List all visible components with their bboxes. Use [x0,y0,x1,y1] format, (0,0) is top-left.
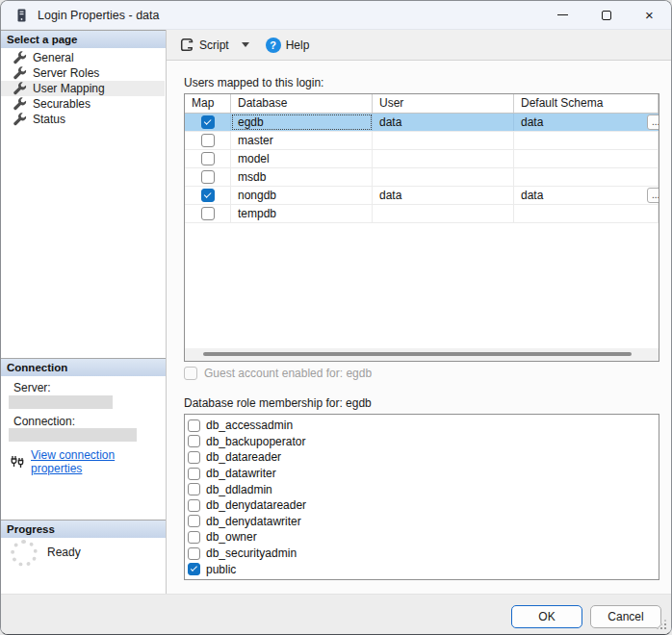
role-checkbox-db_securityadmin[interactable] [188,547,200,560]
role-name: db_backupoperator [206,435,305,448]
window-title: Login Properties - data [38,9,159,22]
role-membership-label: Database role membership for: egdb [184,396,372,410]
cell-default-schema[interactable] [514,205,659,222]
view-connection-properties[interactable]: View connection properties [10,448,166,475]
role-checkbox-db_datareader[interactable] [188,451,200,464]
table-row-master[interactable]: master [185,132,659,150]
table-header: MapDatabaseUserDefault Schema [185,94,659,114]
check-icon [191,565,197,572]
role-item-db_datareader[interactable]: db_datareader [188,449,659,466]
resize-grip[interactable] [664,627,666,629]
column-header-database[interactable]: Database [231,94,373,113]
cell-user[interactable] [373,132,514,149]
check-icon [204,117,211,124]
cell-default-schema[interactable] [514,150,659,167]
role-item-db_datawriter[interactable]: db_datawriter [188,466,659,482]
close-button[interactable]: × [628,1,671,29]
role-checkbox-db_datawriter[interactable] [188,468,200,480]
cell-map[interactable] [185,150,231,167]
sidebar-item-label: General [33,51,74,64]
cancel-button[interactable]: Cancel [590,605,661,628]
browse-schema-button[interactable]: ... [647,188,659,203]
map-checkbox-model[interactable] [201,152,215,165]
role-item-db_denydatareader[interactable]: db_denydatareader [188,497,659,514]
cell-database[interactable]: master [231,132,373,149]
role-checkbox-db_denydatareader[interactable] [188,499,200,512]
map-checkbox-tempdb[interactable] [201,207,215,220]
cell-database[interactable]: msdb [231,168,373,186]
table-row-egdb[interactable]: egdbdatadata... [185,114,659,132]
wrench-icon [13,113,27,126]
map-checkbox-egdb[interactable] [201,115,215,129]
role-checkbox-db_denydatawriter[interactable] [188,515,200,527]
cell-default-schema[interactable]: data... [514,114,659,131]
role-item-db_accessadmin[interactable]: db_accessadmin [188,418,659,434]
table-row-nongdb[interactable]: nongdbdatadata... [185,187,659,205]
script-label: Script [199,38,229,52]
sidebar-item-status[interactable]: Status [1,112,165,127]
cell-database[interactable]: nongdb [231,187,373,204]
sidebar-item-server-roles[interactable]: Server Roles [1,65,165,81]
table-row-msdb[interactable]: msdb [185,168,659,187]
column-header-default-schema[interactable]: Default Schema [514,94,659,113]
cell-user[interactable] [373,168,514,186]
cell-default-schema[interactable] [514,132,659,149]
role-checkbox-db_accessadmin[interactable] [188,419,200,432]
role-item-db_ddladmin[interactable]: db_ddladmin [188,481,659,497]
cell-user[interactable]: data [373,114,514,131]
role-checkbox-db_backupoperator[interactable] [188,435,200,447]
view-connection-properties-link[interactable]: View connection properties [31,448,166,475]
minimize-button[interactable] [541,1,584,29]
connection-properties-icon [10,455,25,469]
role-name: db_denydatawriter [206,515,301,528]
role-item-public[interactable]: public [188,561,659,577]
role-item-db_backupoperator[interactable]: db_backupoperator [188,434,659,450]
table-row-tempdb[interactable]: tempdb [185,205,659,223]
browse-schema-button[interactable]: ... [647,114,659,130]
cell-default-schema[interactable]: data... [514,187,659,204]
cell-map[interactable] [185,187,231,204]
cell-user[interactable]: data [373,187,514,204]
role-checkbox-db_ddladmin[interactable] [188,483,200,495]
cell-map[interactable] [185,114,231,131]
role-name: db_owner [206,530,257,544]
map-checkbox-master[interactable] [201,134,215,147]
cell-database[interactable]: model [231,150,373,167]
table-row-model[interactable]: model [185,150,659,168]
table-body: egdbdatadata...mastermodelmsdbnongdbdata… [185,114,659,223]
cell-database[interactable]: tempdb [231,205,373,222]
scrollbar-thumb[interactable] [203,352,632,356]
role-item-db_denydatawriter[interactable]: db_denydatawriter [188,514,659,530]
cell-map[interactable] [185,168,231,186]
role-item-db_owner[interactable]: db_owner [188,529,659,546]
ok-button[interactable]: OK [511,605,582,628]
role-list: db_accessadmindb_backupoperatordb_datare… [184,414,659,580]
column-header-map[interactable]: Map [185,94,231,113]
titlebar: Login Properties - data × [1,1,671,30]
role-checkbox-db_owner[interactable] [188,531,200,544]
cell-user[interactable] [373,205,514,222]
map-checkbox-msdb[interactable] [201,170,215,184]
role-checkbox-public[interactable] [188,563,200,575]
sidebar-item-user-mapping[interactable]: User Mapping [1,81,165,96]
cell-default-schema[interactable] [514,168,659,186]
cell-map[interactable] [185,132,231,149]
script-button[interactable]: Script [174,34,233,57]
help-button[interactable]: ? Help [262,34,314,57]
cell-database[interactable]: egdb [231,114,373,131]
page-list: GeneralServer RolesUser MappingSecurable… [1,50,165,127]
server-icon [13,8,29,23]
role-item-db_securityadmin[interactable]: db_securityadmin [188,546,659,562]
sidebar-item-securables[interactable]: Securables [1,96,165,112]
sidebar-item-general[interactable]: General [1,50,165,65]
server-label: Server: [13,381,51,394]
column-header-user[interactable]: User [373,94,514,113]
map-checkbox-nongdb[interactable] [201,189,215,202]
cell-user[interactable] [373,150,514,167]
horizontal-scrollbar[interactable] [185,348,659,361]
wrench-icon [13,97,27,111]
maximize-button[interactable] [584,1,628,29]
cell-map[interactable] [185,205,231,222]
guest-account-row: Guest account enabled for: egdb [184,367,372,380]
script-dropdown-arrow-icon[interactable] [242,42,249,47]
